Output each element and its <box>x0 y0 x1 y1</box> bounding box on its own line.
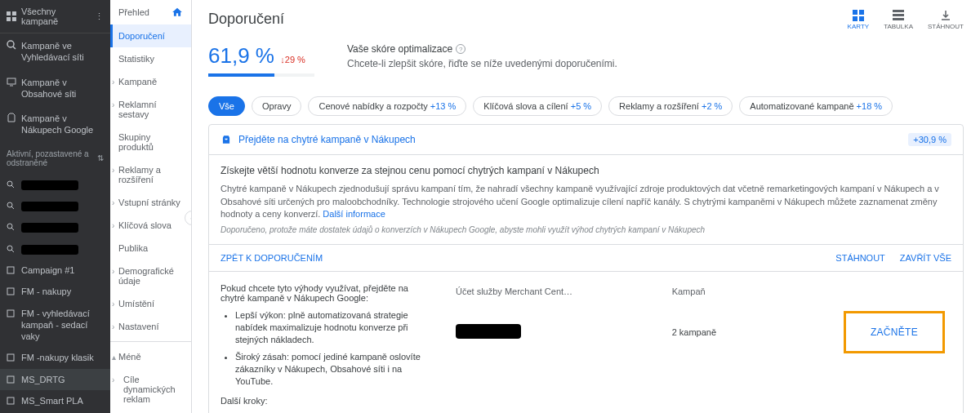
more-icon[interactable]: ⋮ <box>95 11 104 22</box>
filter-chip[interactable]: Reklamy a rozšíření +2 % <box>608 96 733 116</box>
score-desc-sub: Chcete-li zlepšit skóre, řiďte se níže u… <box>347 58 617 69</box>
campaign-item[interactable] <box>0 216 110 238</box>
filter-chip[interactable]: Klíčová slova a cílení +5 % <box>473 96 602 116</box>
view-cards-button[interactable]: KARTY <box>848 8 870 30</box>
redacted-label <box>21 180 78 190</box>
campaign-item[interactable] <box>0 195 110 216</box>
campaign-list: Campaign #1 FM - nakupy FM - vyhledávací… <box>0 174 110 412</box>
main-content: Doporučení KARTY TABULKA STÁHNOUT 61,9 %… <box>192 0 980 413</box>
nav-item[interactable]: ›Nastavení <box>110 315 191 338</box>
nav-item[interactable]: Publika <box>110 237 191 260</box>
rec-uplift-badge: +30,9 % <box>908 133 951 146</box>
home-icon <box>172 7 183 18</box>
chip-label: Vše <box>219 101 234 111</box>
sidebar-all-campaigns[interactable]: Všechny kampaně ⋮ <box>0 0 110 33</box>
sidebar-group-label: Kampaně v Nákupech Google <box>21 113 93 135</box>
nav-item[interactable]: ›Demografické údaje <box>110 260 191 292</box>
score-desc-title: Vaše skóre optimalizace ? <box>347 43 617 55</box>
search-icon <box>7 202 16 211</box>
campaign-icon <box>7 266 16 276</box>
nav-less-toggle[interactable]: ▴Méně <box>110 345 191 368</box>
score-desc-title-text: Vaše skóre optimalizace <box>347 43 452 55</box>
nav-item[interactable]: Skupiny produktů <box>110 126 191 158</box>
svg-rect-19 <box>7 354 14 361</box>
col-header: Účet služby Merchant Cent… <box>449 283 666 304</box>
nav-label: Publika <box>118 243 148 253</box>
back-link[interactable]: ZPĚT K DOPORUČENÍM <box>220 253 323 263</box>
rec-note: Doporučeno, protože máte dostatek údajů … <box>220 225 951 234</box>
filter-chip[interactable]: Opravy <box>252 96 301 116</box>
nav-item[interactable]: ›Umístění <box>110 292 191 315</box>
sidebar-group-label: Kampaně v Obsahové síti <box>21 78 76 99</box>
campaign-label: MS_DRTG <box>21 375 65 384</box>
search-icon <box>7 223 16 233</box>
download-button[interactable]: STÁHNOUT <box>928 8 964 30</box>
chip-label: Klíčová slova a cílení <box>483 101 568 111</box>
campaign-label: MS_Smart PLA <box>21 396 83 406</box>
nav-overview[interactable]: Přehled <box>110 0 191 24</box>
campaign-item[interactable]: MS_DRTG <box>0 369 110 390</box>
nav-label: Statistiky <box>118 54 154 64</box>
svg-line-9 <box>11 185 14 188</box>
detail-lead: Pokud chcete tyto výhody využívat, přejd… <box>220 283 433 303</box>
svg-rect-28 <box>893 18 904 20</box>
filter-chip[interactable]: Cenové nabídky a rozpočty +13 % <box>308 96 466 116</box>
chevron-right-icon: › <box>112 100 114 109</box>
sidebar-group-display[interactable]: Kampaně v Obsahové síti <box>0 70 110 107</box>
table-icon <box>884 8 913 21</box>
sidebar-group-search[interactable]: Kampaně ve Vyhledávací síti <box>0 33 110 70</box>
start-button[interactable]: ZAČNĚTE <box>844 311 945 353</box>
redacted-label <box>21 223 78 233</box>
nav-item[interactable]: ›Cíle dynamických reklam <box>110 368 191 411</box>
svg-rect-6 <box>7 78 16 84</box>
nav-label: Doporučení <box>118 31 165 41</box>
page-title: Doporučení <box>208 11 284 28</box>
page-nav: Přehled DoporučeníStatistiky›Kampaně›Rek… <box>110 0 192 413</box>
nav-item[interactable]: Doporučení <box>110 24 191 47</box>
close-all-link[interactable]: ZAVŘÍT VŠE <box>900 253 951 263</box>
filter-chips: VšeOpravyCenové nabídky a rozpočty +13 %… <box>208 88 964 124</box>
header-tools: KARTY TABULKA STÁHNOUT <box>848 8 964 30</box>
nav-item[interactable]: ›Reklamy a rozšíření <box>110 158 191 191</box>
campaign-item[interactable]: FM - vyhledávací kampaň - sedací vaky <box>0 303 110 348</box>
campaign-item[interactable]: Campaign #1 <box>0 260 110 281</box>
nav-label: Reklamy a rozšíření <box>118 165 161 184</box>
nav-item[interactable]: ›Klíčová slova <box>110 214 191 237</box>
download-link[interactable]: STÁHNOUT <box>835 253 885 263</box>
chevron-right-icon: › <box>112 322 114 331</box>
sidebar-group-label: Kampaně ve Vyhledávací síti <box>21 41 84 62</box>
help-icon[interactable]: ? <box>456 44 466 54</box>
page-header: Doporučení KARTY TABULKA STÁHNOUT <box>192 0 980 38</box>
nav-item[interactable]: ›Reklamní sestavy <box>110 93 191 126</box>
campaign-item[interactable]: MS_Smart PLA <box>0 390 110 411</box>
filter-chip[interactable]: Vše <box>208 96 245 116</box>
nav-item[interactable]: ›Vstupní stránky <box>110 191 191 214</box>
bullet: Nastavte kampaň: Vyberte rozpočet a nahr… <box>235 411 433 413</box>
rec-header[interactable]: Přejděte na chytré kampaně v Nákupech +3… <box>209 125 963 155</box>
campaign-item[interactable]: FM - nakupy <box>0 281 110 302</box>
campaign-item[interactable] <box>0 174 110 195</box>
col-header <box>761 283 951 304</box>
nav-item[interactable]: Statistiky <box>110 47 191 70</box>
svg-line-13 <box>11 228 14 230</box>
svg-rect-24 <box>853 16 858 21</box>
chevron-right-icon: › <box>112 166 114 175</box>
sidebar-status-filter[interactable]: Aktivní, pozastavené a odstraněné ⇅ <box>0 143 110 174</box>
chevron-right-icon: › <box>112 78 114 87</box>
all-campaigns-label: Všechny kampaně <box>21 7 95 26</box>
rec-body-title: Získejte větší hodnotu konverze za stejn… <box>220 165 951 176</box>
nav-label: Vstupní stránky <box>118 198 180 207</box>
campaign-item[interactable]: FM -nakupy klasik <box>0 347 110 368</box>
score-bar <box>208 73 314 77</box>
sidebar-group-shopping[interactable]: Kampaně v Nákupech Google <box>0 106 110 143</box>
filter-chip[interactable]: Automatizované kampaně +18 % <box>739 96 893 116</box>
campaign-icon <box>7 287 16 297</box>
recommendation-card: Přejděte na chytré kampaně v Nákupech +3… <box>208 124 964 413</box>
learn-more-link[interactable]: Další informace <box>323 209 385 219</box>
campaign-item[interactable] <box>0 238 110 260</box>
campaign-label: FM - nakupy <box>21 286 71 296</box>
table-row: 2 kampaně ZAČNĚTE <box>449 304 951 360</box>
view-table-button[interactable]: TABULKA <box>884 8 913 30</box>
shopping-campaign-icon <box>7 113 16 122</box>
nav-item[interactable]: ›Kampaně <box>110 70 191 93</box>
